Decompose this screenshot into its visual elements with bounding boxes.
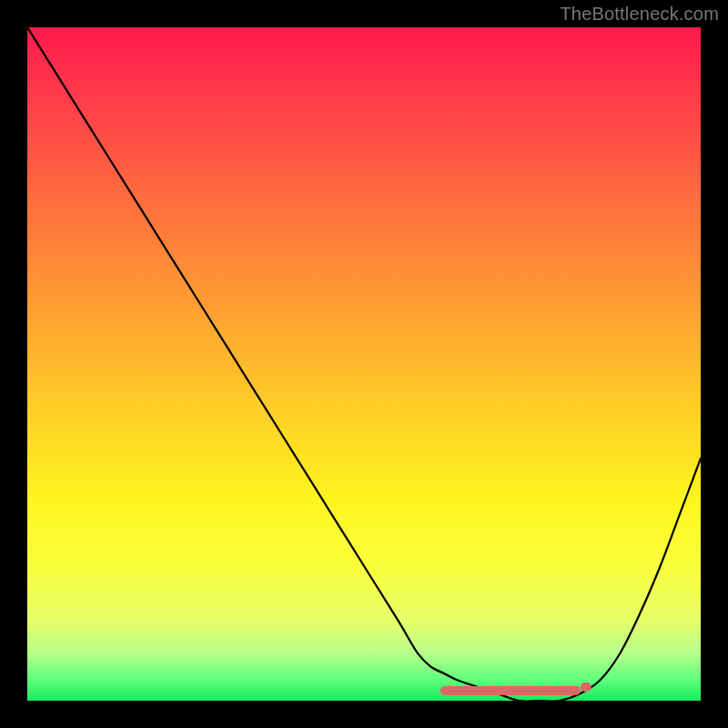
chart-overlay [27,27,701,701]
chart-plot-area [27,27,701,701]
chart-stage: TheBottleneck.com [0,0,728,728]
bottleneck-curve [27,27,701,701]
attribution-text: TheBottleneck.com [560,4,719,25]
valley-highlight [445,687,587,691]
